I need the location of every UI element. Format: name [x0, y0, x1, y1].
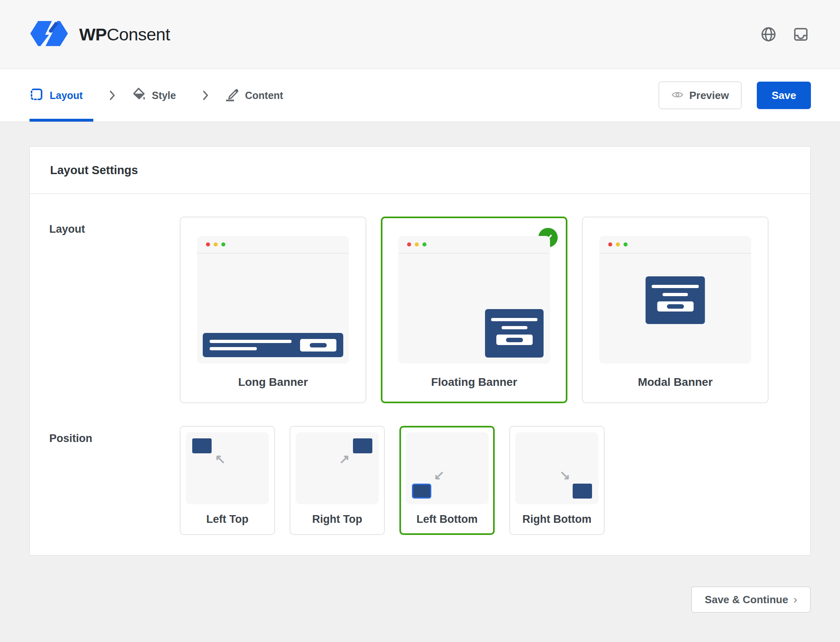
main-content: Layout Settings Layout [0, 122, 840, 613]
banner-position-rect [353, 438, 372, 453]
settings-tab-bar: Layout Style [0, 69, 840, 122]
modal-banner-graphic [646, 276, 705, 324]
tab-style-label: Style [152, 90, 176, 101]
position-option-label: Left Top [181, 513, 274, 526]
browser-mockup [599, 236, 751, 364]
globe-icon[interactable] [760, 26, 777, 43]
position-option-label: Right Bottom [510, 513, 604, 526]
layout-option-floating-banner[interactable]: Floating Banner [381, 217, 567, 403]
tab-content[interactable]: Content [225, 69, 294, 122]
position-row-label: Position [49, 426, 180, 535]
arrow-up-left-icon: ↖ [215, 453, 226, 465]
window-dot-yellow-icon [415, 242, 419, 246]
tab-layout[interactable]: Layout [29, 69, 93, 122]
layout-option-modal-banner[interactable]: Modal Banner [582, 217, 769, 403]
layout-settings-panel: Layout Settings Layout [29, 146, 811, 556]
floating-banner-graphic [485, 309, 544, 358]
brand: WPConsent [29, 20, 170, 48]
layout-option-label: Floating Banner [431, 376, 517, 389]
position-option-label: Right Top [290, 513, 384, 526]
window-dot-red-icon [206, 242, 210, 246]
window-dot-red-icon [407, 242, 411, 246]
chevron-right-icon [109, 91, 115, 100]
save-button-label: Save [772, 89, 796, 102]
banner-position-rect [412, 484, 431, 499]
position-option-left-top[interactable]: ↖ Left Top [180, 426, 275, 535]
layout-option-label: Modal Banner [638, 376, 712, 389]
app-header: WPConsent [0, 0, 840, 69]
position-option-label: Left Bottom [401, 513, 493, 526]
banner-position-rect [573, 484, 592, 499]
layout-option-long-banner[interactable]: Long Banner [180, 217, 366, 403]
window-dot-green-icon [624, 242, 628, 246]
browser-mockup [197, 236, 349, 364]
preview-button[interactable]: Preview [659, 82, 741, 109]
brand-name: WPConsent [79, 25, 170, 44]
eye-icon [671, 89, 684, 102]
chevron-right-icon: › [794, 593, 797, 606]
wpconsent-logo-icon [29, 20, 69, 48]
save-button[interactable]: Save [757, 82, 811, 109]
brand-name-bold: WP [79, 25, 107, 44]
position-screen: ↘ [515, 432, 598, 504]
layout-tab-icon [29, 87, 44, 104]
window-dot-red-icon [608, 242, 612, 246]
long-banner-graphic [203, 333, 343, 357]
position-screen: ↖ [186, 432, 269, 504]
save-and-continue-label: Save & Continue [705, 594, 788, 606]
banner-position-rect [192, 438, 212, 453]
preview-button-label: Preview [689, 89, 729, 102]
position-screen: ↗ [296, 432, 379, 504]
layout-option-label: Long Banner [238, 376, 308, 389]
arrow-up-right-icon: ↗ [339, 453, 350, 465]
window-dot-yellow-icon [214, 242, 218, 246]
save-and-continue-button[interactable]: Save & Continue › [691, 587, 811, 613]
position-screen: ↙ [405, 432, 489, 504]
window-dot-green-icon [221, 242, 225, 246]
inbox-icon[interactable] [792, 26, 809, 43]
tab-layout-label: Layout [50, 90, 83, 101]
window-dot-yellow-icon [616, 242, 620, 246]
browser-mockup [398, 236, 550, 364]
chevron-right-icon [203, 91, 208, 100]
position-option-right-top[interactable]: ↗ Right Top [290, 426, 385, 535]
position-option-right-bottom[interactable]: ↘ Right Bottom [509, 426, 605, 535]
window-dot-green-icon [422, 242, 426, 246]
panel-title: Layout Settings [50, 164, 138, 177]
tab-style[interactable]: Style [131, 69, 187, 122]
arrow-down-right-icon: ↘ [559, 469, 570, 482]
position-setting-row: Position ↖ Left Top ↗ [49, 426, 791, 535]
tab-content-label: Content [245, 90, 283, 101]
position-option-left-bottom[interactable]: ↙ Left Bottom [399, 426, 495, 535]
style-tab-icon [131, 87, 146, 104]
layout-row-label: Layout [49, 217, 180, 403]
brand-name-rest: Consent [107, 25, 170, 44]
arrow-down-left-icon: ↙ [434, 469, 445, 482]
content-tab-icon [225, 87, 239, 104]
layout-setting-row: Layout [49, 217, 791, 403]
